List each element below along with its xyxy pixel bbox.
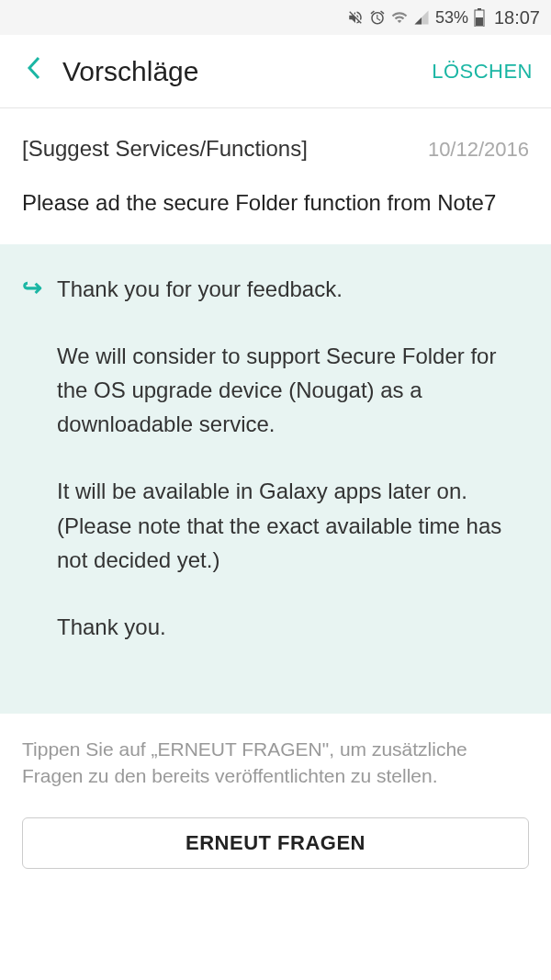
wifi-icon xyxy=(391,9,408,26)
alarm-icon xyxy=(369,9,386,26)
status-time: 18:07 xyxy=(494,7,540,28)
question-header: [Suggest Services/Functions] 10/12/2016 xyxy=(22,136,529,162)
battery-icon xyxy=(474,8,485,27)
mute-icon xyxy=(347,9,364,26)
battery-percent: 53% xyxy=(435,8,468,28)
question-category: [Suggest Services/Functions] xyxy=(22,136,308,162)
app-bar: Vorschläge LÖSCHEN xyxy=(0,35,551,108)
reply-arrow-icon: ↩ xyxy=(22,274,42,302)
page-title: Vorschläge xyxy=(62,56,432,87)
reply-paragraph: It will be available in Galaxy apps late… xyxy=(57,474,529,577)
reply-paragraph: Thank you for your feedback. xyxy=(57,272,529,306)
delete-button[interactable]: LÖSCHEN xyxy=(432,60,533,84)
question-section: [Suggest Services/Functions] 10/12/2016 … xyxy=(0,108,551,244)
footer: Tippen Sie auf „ERNEUT FRAGEN", um zusät… xyxy=(0,714,551,891)
ask-again-button[interactable]: ERNEUT FRAGEN xyxy=(22,817,529,869)
back-button[interactable] xyxy=(18,54,51,89)
status-bar: 53% 18:07 xyxy=(0,0,551,35)
signal-icon xyxy=(413,9,430,26)
reply-body: Thank you for your feedback. We will con… xyxy=(57,272,529,645)
svg-rect-2 xyxy=(476,17,483,26)
instruction-text: Tippen Sie auf „ERNEUT FRAGEN", um zusät… xyxy=(22,736,529,790)
question-text: Please ad the secure Folder function fro… xyxy=(22,187,529,219)
reply-section: ↩ Thank you for your feedback. We will c… xyxy=(0,244,551,715)
question-date: 10/12/2016 xyxy=(428,138,529,162)
reply-paragraph: Thank you. xyxy=(57,610,529,644)
reply-paragraph: We will consider to support Secure Folde… xyxy=(57,339,529,442)
